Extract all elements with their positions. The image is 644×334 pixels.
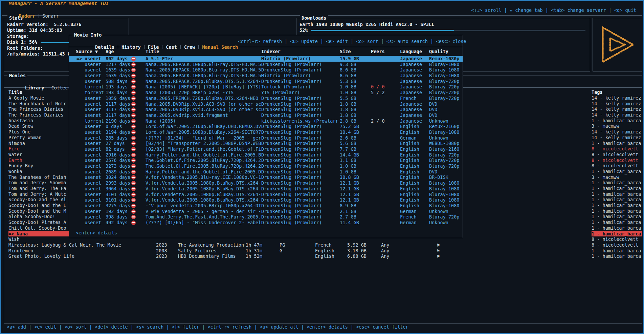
column-header-quality[interactable]: Quality [429,49,459,55]
movie-tag-cell: 1 - hamilcar_barca [592,180,642,186]
release-table-row[interactable]: usenet 2993 days V.for.Vendetta.2005.108… [69,180,463,186]
release-table-row[interactable]: torrent 193 days Nana (2005) [REPACK] [7… [69,84,463,90]
movie-table-row[interactable]: Great Photo, Lovely Life 2023 HBO Docume… [4,253,642,259]
release-quality-cell: Bluray-1080p [429,129,459,135]
release-rejection-cell [131,197,146,203]
release-table-row[interactable]: usenet 0 days Lord.of.War.2005.2160p.Blu… [69,124,463,129]
release-table-row[interactable]: usenet 3024 days V.for.Vendetta.2005.Blu… [69,174,463,180]
column-header-source[interactable]: Source ▼ [76,49,106,55]
release-table-row[interactable]: usenet 1639 days Nana.2005.REPACK.1080p.… [69,67,463,73]
tab-sonarr[interactable]: Sonarr [42,13,59,19]
column-header-size[interactable]: Size [340,49,371,55]
column-header-language[interactable]: Language [400,49,429,55]
release-table-row[interactable]: =>usenet 802 days A 5.1-PTer Miatrix (Pr… [69,56,463,62]
release-source-text: torrent [85,84,104,89]
release-age-cell: 2993 days [106,180,131,186]
release-table-row[interactable]: usenet 508 days Nana.2005.REPACK.720p.Bl… [69,79,463,84]
release-table-row[interactable]: usenet 3117 days Nana.2005.DVDRip.XviD.A… [69,107,463,112]
servarr-tabbar: RadarrSonarr [8,7,59,13]
release-source-cell: usenet [76,186,106,192]
release-size-cell: 1.0 GB [340,163,371,169]
movie-runtime-cell: 1h 52m [246,253,280,259]
release-size-cell: 1.0 GB [340,84,371,90]
release-title-cell: Nana.2005.REPACK.1080p.Blu-ray.DTS-HD.MA… [146,62,261,67]
movie-size-cell: 5.92 GB [347,242,381,248]
release-quality-cell: Bluray-720p [429,79,459,84]
release-title-cell: Nana (2005) 720p BRRip x264 -YTS [146,90,261,96]
movie-tag-cell: 3 - macmww [592,123,642,129]
release-source-cell: usenet [76,174,106,180]
release-title-cell: Nana (2005) [146,118,261,124]
release-language-cell: German [400,135,429,141]
release-quality-cell: Unknown [429,209,459,214]
movie-table-row[interactable]: Miraculous: Ladybug & Cat Noir, The Movi… [4,242,642,248]
movie-tag-cell: 8 - nicolecolvett [592,146,642,152]
release-table-row[interactable]: usenet 82 days [02/83] "Harry.Potter.and… [69,146,463,152]
release-peers-cell [371,163,400,169]
release-table-row[interactable]: usenet 2689 days Harry.Potter.and.the.Go… [69,169,463,175]
release-table-row[interactable]: usenet 192 days V wie Vendetta - 2005 - … [69,209,463,214]
release-table-row[interactable]: usenet 2916 days Harry.Potter.and.the.Go… [69,152,463,158]
app-title: Managarr - A Servarr management TUI [6,1,111,6]
no-entry-icon [131,113,136,118]
release-indexer-cell: DrunkenSlug (Prowlarr) [261,163,340,169]
release-quality-cell: Unknown [429,220,459,226]
release-rejection-cell [131,118,146,124]
release-size-cell: 5.5 GB [340,96,371,101]
tab-radarr[interactable]: Radarr [19,13,36,19]
release-table-row[interactable]: usenet 1059 days Nana.2005.FRENCH.720p.B… [69,96,463,101]
release-indexer-cell: DrunkenSlug (Prowlarr) [261,197,340,203]
release-table-row[interactable]: usenet 285 days (????) [01/34] - "Lord o… [69,135,463,141]
release-rejection-cell [131,129,146,135]
release-age-cell: 193 days [106,90,131,96]
release-table-row[interactable]: usenet 398 days Tom.And.Jerry.The.Fast.A… [69,214,463,220]
column-header-peers[interactable]: Peers [371,49,400,55]
column-header-title[interactable]: Title [146,49,261,55]
movie-title-cell: Miraculous: Ladybug & Cat Noir, The Movi… [8,242,156,248]
release-table-row[interactable]: usenet 3273 days The.Goblet.Of.Fire.2005… [69,163,463,169]
release-rejection-cell [131,84,146,90]
release-table-row[interactable]: usenet 3117 days Nana.2005.DVDRip.XviD.A… [69,101,463,107]
release-table-row[interactable]: usenet 2576 days The.Goblet.Of.Fire.2005… [69,158,463,163]
movie-tag-cell: 1 - hamilcar_barca [592,253,642,259]
release-source-text: usenet [85,214,101,220]
release-table-row[interactable]: usenet 3194 days Lord.of.War.2005.1080p.… [69,129,463,135]
no-entry-icon [131,90,136,95]
movie-table-row[interactable]: Minutemen 2008 Salty Pictures 1h 31m G E… [4,248,642,254]
release-table-row[interactable]: usenet 3064 days V.for.Vendetta.2005.108… [69,186,463,192]
release-table-row[interactable]: torrent 2190 days Nana (2005) kickasstor… [69,118,463,124]
no-entry-icon [131,221,136,225]
release-peers-cell [371,220,400,226]
no-entry-icon [131,119,136,123]
release-source-text: usenet [85,73,101,78]
movie-tag-cell: 1 - hamilcar_barca [592,203,642,208]
release-quality-cell: Bluray-720p [429,158,459,163]
release-size-cell: 12.1 GB [340,197,371,203]
tab-divider [39,14,39,18]
release-age-cell: 3117 days [106,112,131,118]
release-peers-cell: 0 / 0 [371,84,400,90]
release-table-row[interactable]: usenet 1639 days Nana.2005.REPACK.1080p.… [69,73,463,79]
release-rejection-cell [131,169,146,175]
release-table-row[interactable]: usenet 3101 days V.for.Vendetta.2005.108… [69,192,463,197]
no-entry-icon [131,198,136,202]
release-language-cell: English [400,186,429,192]
release-table-row[interactable]: usenet 3117 days nana.2005.dvdrip.xvid.f… [69,112,463,118]
column-header-tags[interactable]: Tags [592,89,642,95]
no-entry-icon [131,96,136,101]
no-entry-icon [131,158,136,163]
release-table-row[interactable]: usenet 3275 days -"V pour vendetta.2005.… [69,203,463,209]
release-table-row[interactable]: torrent 193 days Nana (2005) 720p BRRip … [69,90,463,96]
release-table-row[interactable]: usenet 1217 days Nana.2005.REPACK.1080p.… [69,62,463,67]
release-table-row[interactable]: usenet 27 days [02/44] "Transporter 2.20… [69,141,463,146]
column-header-age[interactable]: Age [106,49,131,55]
release-source-cell: usenet [76,129,106,135]
release-source-cell: usenet [76,135,106,141]
release-table-row[interactable]: usenet 3101 days V.for.Vendetta.2005.108… [69,197,463,203]
release-table-row[interactable]: usenet 492 days (????) [01/65] - "Miss U… [69,220,463,226]
release-age-cell: 3194 days [106,129,131,135]
release-rejection-cell [131,214,146,220]
column-header-indexer[interactable]: Indexer [261,49,340,55]
release-peers-cell [371,107,400,112]
release-source-cell: usenet [76,101,106,107]
